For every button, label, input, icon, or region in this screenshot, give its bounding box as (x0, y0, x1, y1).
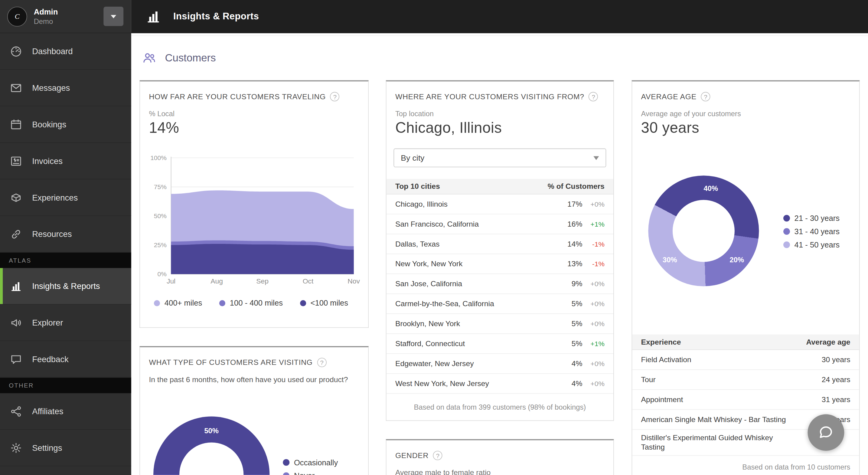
city-row: Carmel-by-the-Sea, California5%+0% (386, 294, 613, 314)
average-age-legend: 21 - 30 years31 - 40 years41 - 50 years (783, 211, 840, 251)
account-switcher[interactable]: C Admin Demo (0, 0, 131, 33)
sidebar-item-dashboard[interactable]: Dashboard (0, 33, 131, 70)
card-title-row: AVERAGE AGE (632, 81, 859, 101)
account-dropdown-button[interactable] (103, 7, 123, 26)
city-percent: 5% (562, 320, 583, 328)
sidebar-item-label: Messages (32, 83, 70, 93)
section-title: Customers (165, 52, 216, 64)
experience-name: Distiller's Experimental Guided Whiskey … (641, 429, 790, 455)
city-delta: -1% (583, 260, 604, 268)
by-city-select[interactable]: By city (394, 149, 606, 167)
sidebar-item-bookings[interactable]: Bookings (0, 106, 131, 143)
sidebar-item-label: Feedback (32, 354, 69, 364)
svg-text:25%: 25% (154, 241, 167, 248)
city-percent: 16% (562, 220, 583, 228)
experience-average-age: 24 years (822, 376, 850, 384)
experience-average-age: 30 years (822, 356, 850, 364)
legend-label: 400+ miles (164, 299, 202, 307)
legend-dot (783, 241, 790, 248)
card-subtitle: In the past 6 months, how often have you… (149, 376, 359, 384)
feedback-icon (9, 353, 23, 366)
help-icon[interactable] (701, 92, 710, 101)
city-name: San Jose, California (395, 279, 462, 288)
help-icon[interactable] (317, 358, 326, 367)
city-values: 17%+0% (562, 200, 604, 208)
dashboard-icon (9, 44, 23, 58)
svg-text:0%: 0% (158, 270, 167, 277)
legend-dot (783, 215, 790, 221)
legend-item-100-400-miles: 100 - 400 miles (219, 299, 283, 307)
metric-value: 30 years (641, 119, 850, 137)
help-icon[interactable] (433, 451, 442, 460)
customer-type-legend: OccasionallyNever (283, 456, 338, 475)
city-percent: 14% (562, 240, 583, 248)
sidebar-item-label: Settings (32, 443, 62, 452)
donut-hole (673, 200, 735, 262)
help-icon[interactable] (589, 92, 598, 101)
city-name: San Francisco, California (395, 220, 479, 228)
donut-chart-area: 50% OccasionallyNever (140, 384, 368, 475)
sidebar-item-settings[interactable]: Settings (0, 429, 131, 466)
column-header: Experience (641, 338, 681, 346)
legend-dot (300, 300, 306, 306)
legend-item-400-miles: 400+ miles (154, 299, 202, 307)
legend-item-41-50-years: 41 - 50 years (783, 238, 840, 251)
legend-item-never: Never (283, 469, 338, 475)
sidebar-item-feedback[interactable]: Feedback (0, 341, 131, 378)
card-title-row: WHERE ARE YOUR CUSTOMERS VISITING FROM? (386, 81, 613, 101)
experience-average-age: 31 years (822, 395, 850, 404)
city-delta: +1% (583, 340, 604, 348)
legend-item-31-40-years: 31 - 40 years (783, 225, 840, 238)
city-percent: 13% (562, 260, 583, 268)
age-footnote: Based on data from 10 customers (632, 463, 850, 471)
help-icon[interactable] (330, 92, 340, 101)
city-delta: +1% (583, 220, 604, 228)
card-subtitle: Average male to female ratio (395, 469, 604, 475)
sidebar-item-messages[interactable]: Messages (0, 70, 131, 107)
brand-avatar[interactable]: C (7, 6, 27, 26)
city-name: Brooklyn, New York (395, 320, 460, 328)
page-title: Insights & Reports (173, 11, 259, 22)
card-title-row: HOW FAR ARE YOUR CUSTOMERS TRAVELING (140, 81, 368, 101)
sidebar-item-label: Explorer (32, 318, 63, 327)
city-percent: 4% (562, 359, 583, 367)
sidebar-item-explorer[interactable]: Explorer (0, 305, 131, 341)
column-header: Top 10 cities (395, 182, 440, 190)
cities-table-body: Chicago, Illinois17%+0%San Francisco, Ca… (386, 194, 613, 394)
explorer-icon (9, 316, 23, 329)
invoices-icon (9, 154, 23, 168)
city-row: New York, New York13%-1% (386, 254, 613, 274)
account-info: Admin Demo (34, 7, 58, 25)
cities-table-header: Top 10 cities % of Customers (386, 179, 613, 194)
experience-row: Appointment31 years (632, 390, 859, 410)
experience-name: Appointment (641, 391, 683, 408)
account-name: Admin (34, 7, 58, 16)
brand-initial: C (15, 12, 20, 21)
legend-label: 100 - 400 miles (230, 299, 283, 307)
city-percent: 9% (562, 279, 583, 288)
city-name: Stafford, Connecticut (395, 339, 465, 348)
svg-text:Aug: Aug (211, 277, 223, 285)
sidebar-item-resources[interactable]: Resources (0, 216, 131, 253)
top-location-value: Chicago, Illinois (395, 119, 604, 137)
chat-launcher-button[interactable] (808, 414, 844, 451)
affiliates-icon (9, 405, 23, 418)
sidebar-item-affiliates[interactable]: Affiliates (0, 393, 131, 430)
donut-hole (179, 442, 244, 475)
chevron-down-icon (593, 156, 599, 160)
experience-row: Field Activation30 years (632, 350, 859, 370)
sidebar-item-insights-reports[interactable]: Insights & Reports (0, 268, 131, 305)
cities-footnote: Based on data from 399 customers (98% of… (386, 403, 613, 412)
svg-text:Sep: Sep (256, 277, 269, 285)
svg-text:50%: 50% (154, 212, 167, 219)
sidebar-item-invoices[interactable]: Invoices (0, 143, 131, 179)
sidebar-section-other: OTHER (0, 378, 131, 393)
select-value: By city (401, 153, 424, 162)
city-delta: +0% (583, 280, 604, 288)
legend-label: 41 - 50 years (795, 240, 840, 249)
distance-chart-legend: 400+ miles100 - 400 miles<100 miles (140, 299, 368, 307)
sidebar-item-experiences[interactable]: Experiences (0, 179, 131, 216)
city-values: 5%+0% (562, 299, 604, 308)
legend-label: <100 miles (311, 299, 348, 307)
insights-icon (145, 8, 162, 25)
